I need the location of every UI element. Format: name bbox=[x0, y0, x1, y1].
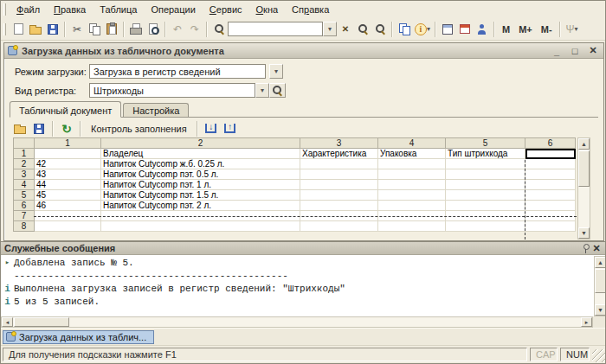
pin-icon[interactable] bbox=[582, 244, 590, 253]
cell[interactable]: Напиток Cutycomp ж.б. 0.25 л. bbox=[101, 159, 300, 169]
cell[interactable] bbox=[525, 180, 576, 190]
toolbar-grip[interactable] bbox=[3, 23, 6, 35]
quick-search-input[interactable] bbox=[228, 22, 323, 36]
cell[interactable] bbox=[300, 159, 378, 169]
print-preview-button[interactable] bbox=[145, 21, 162, 38]
menu-service[interactable]: Сервис bbox=[203, 2, 249, 17]
load-mode-dropdown-button[interactable]: ▾ bbox=[269, 64, 283, 79]
register-dropdown-button[interactable]: ▾ bbox=[255, 83, 269, 98]
cell[interactable] bbox=[35, 221, 101, 232]
paste-button[interactable] bbox=[103, 21, 120, 38]
register-lookup-button[interactable] bbox=[269, 83, 286, 98]
save-file-button[interactable] bbox=[30, 120, 48, 137]
copy-button[interactable] bbox=[86, 21, 103, 38]
cell[interactable] bbox=[525, 159, 576, 169]
window-titlebar[interactable]: Загрузка данных из табличного документа … bbox=[4, 43, 603, 59]
menubar-grip[interactable] bbox=[3, 3, 6, 16]
menu-help[interactable]: Справка bbox=[285, 2, 336, 17]
menu-windows[interactable]: Окна bbox=[249, 2, 286, 17]
info-button[interactable]: i▾ bbox=[413, 21, 432, 38]
cell[interactable] bbox=[378, 169, 446, 180]
find-button[interactable] bbox=[210, 21, 228, 38]
scrollbar-thumb[interactable] bbox=[578, 150, 590, 187]
cell[interactable] bbox=[35, 149, 101, 159]
scrollbar-thumb[interactable] bbox=[14, 317, 69, 327]
row-header[interactable]: 1 bbox=[14, 149, 35, 159]
menu-operations[interactable]: Операции bbox=[144, 2, 202, 17]
back-button[interactable]: ↶ bbox=[169, 21, 186, 38]
print-button[interactable] bbox=[127, 21, 145, 38]
minimize-button[interactable]: _ bbox=[550, 46, 564, 56]
register-combobox[interactable]: Штрихкоды bbox=[89, 83, 255, 98]
cell[interactable] bbox=[378, 221, 446, 232]
scroll-up-button[interactable]: ▲ bbox=[578, 138, 590, 150]
cell[interactable] bbox=[378, 180, 446, 190]
cell[interactable] bbox=[446, 190, 525, 201]
new-document-button[interactable] bbox=[10, 21, 27, 38]
clipboard-buffer-button[interactable] bbox=[396, 21, 413, 38]
cell[interactable] bbox=[525, 201, 576, 211]
open-button[interactable] bbox=[27, 21, 44, 38]
search-dropdown-button[interactable]: ▾ bbox=[323, 22, 337, 36]
save-button[interactable] bbox=[44, 21, 61, 38]
resize-grip[interactable] bbox=[592, 349, 605, 362]
cell[interactable] bbox=[525, 190, 576, 201]
scroll-down-button[interactable]: ▼ bbox=[595, 304, 606, 316]
tools-button[interactable]: Ψ▾ bbox=[564, 21, 581, 38]
open-file-button[interactable] bbox=[11, 120, 29, 137]
cell[interactable]: Владелец bbox=[101, 149, 300, 159]
cell[interactable]: 44 bbox=[35, 180, 101, 190]
messages-horizontal-scrollbar[interactable]: ◂ ▸ bbox=[1, 316, 593, 328]
row-header[interactable]: 3 bbox=[14, 169, 35, 180]
cell[interactable] bbox=[101, 221, 300, 232]
row-header[interactable]: 5 bbox=[14, 190, 35, 201]
cell[interactable]: Напиток Cutycomp пэт. 0.5 л. bbox=[101, 169, 300, 180]
cell[interactable]: Тип штрихкода bbox=[446, 149, 525, 159]
row-header[interactable]: 2 bbox=[14, 159, 35, 169]
zoom-out-button[interactable] bbox=[371, 21, 389, 38]
cell[interactable]: Характеристика bbox=[300, 149, 378, 159]
cell[interactable] bbox=[300, 169, 378, 180]
cell[interactable] bbox=[446, 159, 525, 169]
scroll-down-button[interactable]: ▼ bbox=[578, 227, 590, 239]
cell[interactable] bbox=[300, 180, 378, 190]
scrollbar-thumb[interactable] bbox=[595, 269, 606, 293]
cell[interactable] bbox=[378, 190, 446, 201]
forward-button[interactable]: ↷ bbox=[186, 21, 203, 38]
refresh-button[interactable]: ↻ bbox=[58, 120, 75, 137]
memory-plus-button[interactable]: M+ bbox=[514, 21, 537, 38]
scroll-right-button[interactable]: ▸ bbox=[581, 317, 592, 327]
cell[interactable] bbox=[446, 201, 525, 211]
memory-minus-button[interactable]: M- bbox=[537, 21, 557, 38]
calendar-button[interactable] bbox=[456, 21, 474, 38]
cell[interactable]: Напиток Cutycomp пэт. 1.5 л. bbox=[101, 190, 300, 201]
memory-button[interactable]: M bbox=[498, 21, 514, 38]
taskbar-window-button[interactable]: Загрузка данных из таблич... bbox=[3, 330, 154, 344]
cell[interactable] bbox=[300, 190, 378, 201]
service-messages-header[interactable]: Служебные сообщения ✕ bbox=[1, 242, 606, 255]
cut-button[interactable]: ✂ bbox=[68, 21, 86, 38]
import-rows-button[interactable]: ↓ bbox=[203, 120, 220, 137]
column-header[interactable]: 3 bbox=[300, 138, 378, 149]
column-header[interactable]: 1 bbox=[35, 138, 101, 149]
cell[interactable]: 42 bbox=[35, 159, 101, 169]
fill-control-button[interactable]: Контроль заполнения bbox=[86, 121, 192, 137]
cell[interactable] bbox=[446, 221, 525, 232]
selected-cell[interactable] bbox=[525, 149, 576, 159]
cell[interactable] bbox=[378, 159, 446, 169]
maximize-button[interactable]: □ bbox=[568, 46, 582, 56]
cell[interactable] bbox=[446, 169, 525, 180]
row-header[interactable]: 6 bbox=[14, 201, 35, 211]
cell[interactable] bbox=[300, 201, 378, 211]
menu-edit[interactable]: Правка bbox=[47, 2, 93, 17]
scroll-left-button[interactable]: ◂ bbox=[2, 317, 13, 327]
cell[interactable]: 45 bbox=[35, 190, 101, 201]
users-button[interactable] bbox=[474, 21, 491, 38]
messages-vertical-scrollbar[interactable]: ▲ ▼ bbox=[594, 256, 606, 316]
cell[interactable]: 43 bbox=[35, 169, 101, 180]
close-button[interactable]: ✕ bbox=[586, 45, 600, 56]
column-header[interactable]: 5 bbox=[446, 138, 525, 149]
cell[interactable] bbox=[300, 221, 378, 232]
cell[interactable]: Упаковка bbox=[378, 149, 446, 159]
export-rows-button[interactable]: ↑ bbox=[222, 120, 239, 137]
